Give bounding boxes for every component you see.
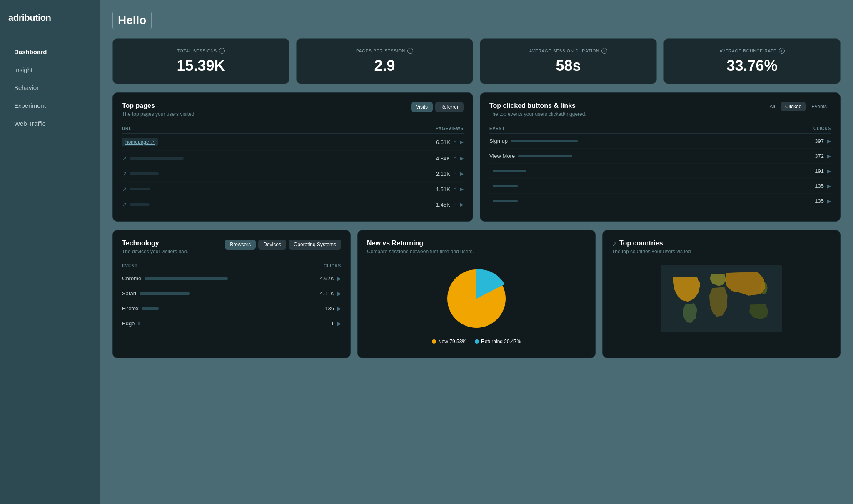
event-name: View More: [489, 153, 774, 159]
tab-devices[interactable]: Devices: [258, 240, 286, 250]
pie-container: New 79.53% Returning 20.47%: [367, 261, 586, 349]
sidebar-item-web-traffic[interactable]: Web Traffic: [8, 116, 92, 131]
top-pages-table: URL PAGEVIEWS homepage ↗6.61K↑▶↗4.84K↑▶↗…: [122, 124, 464, 212]
top-countries-header: ⤢ Top countries The top countries your u…: [612, 240, 831, 254]
arrow-icon[interactable]: ▶: [827, 168, 831, 174]
arrow-icon[interactable]: ▶: [460, 139, 464, 145]
top-countries-subtitle: The top countries your users visited: [612, 249, 691, 254]
legend-label-returning: Returning 20.47%: [481, 339, 521, 344]
external-link-icon: ↗: [122, 186, 127, 192]
table-row: Chrome4.62K▶: [122, 271, 341, 286]
table-row: ↗1.45K↑▶: [122, 197, 464, 212]
legend-label-new: New 79.53%: [438, 339, 466, 344]
arrow-icon[interactable]: ▶: [460, 171, 464, 177]
arrow-icon[interactable]: ▶: [827, 183, 831, 189]
row-actions: 136▶: [304, 305, 341, 312]
info-icon-pages-per-session[interactable]: i: [407, 48, 413, 54]
top-pages-url-cell: ↗: [122, 182, 357, 197]
row-tech-pie-map: Technology The devices your visitors had…: [112, 230, 841, 358]
arrow-icon[interactable]: ▶: [460, 186, 464, 192]
sidebar-item-insight[interactable]: Insight: [8, 62, 92, 77]
tech-event-name: Firefox: [122, 305, 304, 312]
clicks-value: 135: [815, 198, 824, 204]
tab-clicked[interactable]: Clicked: [781, 102, 806, 111]
external-link-icon: ↗: [122, 155, 127, 162]
browser-bar: [142, 307, 159, 310]
tech-event-cell: Safari: [122, 286, 304, 301]
arrow-icon[interactable]: ▶: [337, 306, 341, 312]
expand-icon[interactable]: ⤢: [612, 241, 617, 247]
url-bar-bg: [130, 203, 150, 206]
url-bar: ↗: [122, 170, 159, 177]
top-pages-url-cell: ↗: [122, 197, 357, 212]
arrow-icon[interactable]: ▶: [460, 202, 464, 207]
sidebar-item-dashboard[interactable]: Dashboard: [8, 44, 92, 60]
stat-label-pages-per-session: PAGES PER SESSION i: [307, 48, 463, 54]
top-pages-title-block: Top pages The top pages your users visit…: [122, 102, 196, 117]
url-bar-bg: [130, 172, 159, 175]
tab-events[interactable]: Events: [807, 102, 831, 111]
tab-browsers[interactable]: Browsers: [225, 240, 256, 250]
top-pages-subtitle: The top pages your users visited.: [122, 111, 196, 117]
stat-avg-session-duration: AVERAGE SESSION DURATION i 58s: [480, 38, 657, 84]
arrow-icon[interactable]: ▶: [827, 198, 831, 204]
browser-bar: [138, 322, 140, 325]
row-actions: 2.13K↑▶: [357, 170, 464, 177]
tech-clicks-cell: 136▶: [304, 301, 341, 316]
top-pages-pv-cell: 1.45K↑▶: [357, 197, 464, 212]
arrow-icon[interactable]: ▶: [337, 276, 341, 282]
col-url: URL: [122, 124, 357, 134]
tech-event-cell: Firefox: [122, 301, 304, 316]
arrow-icon[interactable]: ▶: [337, 291, 341, 297]
top-pages-pv-cell: 4.84K↑▶: [357, 151, 464, 166]
sidebar-nav: Dashboard Insight Behavior Experiment We…: [8, 44, 92, 131]
url-bar: ↗: [122, 155, 184, 162]
technology-header: Technology The devices your visitors had…: [122, 240, 341, 254]
browser-bar: [140, 292, 190, 295]
arrow-icon[interactable]: ▶: [827, 138, 831, 144]
stat-value-avg-bounce-rate: 33.76%: [674, 57, 830, 75]
clicks-value: 372: [815, 153, 824, 159]
event-label: Sign up: [489, 138, 508, 144]
url-link[interactable]: homepage ↗: [122, 138, 158, 146]
trend-icon: ↑: [454, 139, 456, 145]
top-pages-pv-cell: 2.13K↑▶: [357, 166, 464, 182]
tech-value: 4.11K: [320, 290, 334, 297]
top-pages-header: Top pages The top pages your users visit…: [122, 102, 464, 117]
table-row: Firefox136▶: [122, 301, 341, 316]
tech-label: Edge: [122, 320, 135, 327]
tech-event-name: Edge: [122, 320, 304, 327]
info-icon-avg-session-duration[interactable]: i: [601, 48, 607, 54]
info-icon-avg-bounce-rate[interactable]: i: [779, 48, 785, 54]
tab-all[interactable]: All: [766, 102, 779, 111]
col-pageviews: PAGEVIEWS: [357, 124, 464, 134]
browser-bar: [145, 277, 228, 280]
event-name: Sign up: [489, 138, 774, 144]
clicks-value: 135: [815, 183, 824, 189]
clicked-clicks-cell: 135▶: [774, 179, 831, 194]
arrow-icon[interactable]: ▶: [827, 153, 831, 159]
stat-pages-per-session: PAGES PER SESSION i 2.9: [296, 38, 473, 84]
arrow-icon[interactable]: ▶: [460, 155, 464, 161]
tech-event-name: Safari: [122, 290, 304, 297]
event-label: View More: [489, 153, 515, 159]
tab-referrer[interactable]: Referrer: [435, 102, 464, 112]
arrow-icon[interactable]: ▶: [337, 321, 341, 327]
col-tech-event: EVENT: [122, 261, 304, 271]
technology-title: Technology: [122, 240, 188, 247]
table-row: 135▶: [489, 179, 831, 194]
clicked-event-cell: [489, 194, 774, 209]
info-icon-total-sessions[interactable]: i: [219, 48, 225, 54]
top-clicked-card: Top clicked buttons & links The top even…: [480, 92, 841, 222]
tab-visits[interactable]: Visits: [411, 102, 433, 112]
table-row: Safari4.11K▶: [122, 286, 341, 301]
tab-os[interactable]: Operating Systems: [289, 240, 341, 250]
sidebar-item-behavior[interactable]: Behavior: [8, 80, 92, 95]
new-vs-returning-header: New vs Returning Compare sessions betwee…: [367, 240, 586, 254]
url-bar-bg: [130, 188, 150, 190]
pv-value: 6.61K: [436, 139, 450, 145]
event-bar: [518, 155, 572, 157]
sidebar-item-experiment[interactable]: Experiment: [8, 98, 92, 113]
stat-value-avg-session-duration: 58s: [490, 57, 646, 75]
table-row: ↗1.51K↑▶: [122, 182, 464, 197]
